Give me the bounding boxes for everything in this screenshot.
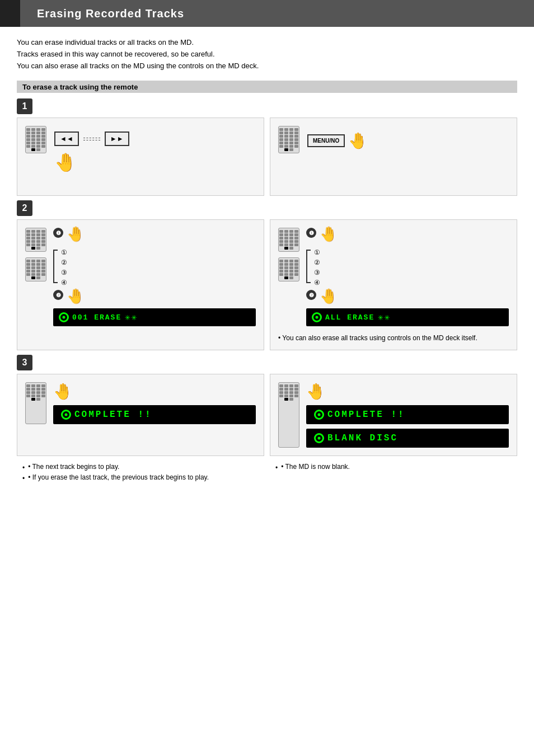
section-divider: To erase a track using the remote (17, 81, 517, 93)
step-1-left-controls: ◄◄ ►► 🤚 (54, 126, 129, 173)
hand-2r-1: 🤚 (320, 226, 338, 243)
disc-icon-2r (312, 312, 322, 322)
bracket-2r (306, 250, 311, 283)
disc-icon-3r-1 (314, 410, 324, 420)
step-2-left-controls: ❶ 🤚 ① ② ③ ④ (53, 228, 256, 326)
remote-2r-top (278, 228, 299, 252)
step-3-right-notes: • • The MD is now blank. (270, 461, 517, 484)
bracket-item-3: ③ (61, 269, 67, 276)
step-2-right-note-text: • You can also erase all tracks using co… (278, 334, 477, 342)
display-3r-text-1: COMPLETE !! (327, 410, 405, 420)
step-2-right-remotes (278, 228, 299, 326)
step-3-notes: • • The next track begins to play. • • I… (17, 461, 517, 484)
header-black-strip (0, 0, 20, 27)
section-label: To erase a track using the remote (22, 83, 138, 91)
sub-step-2r-1: ❶ 🤚 (306, 228, 509, 243)
step-2-left-remotes (25, 228, 46, 326)
bracket-item-2r-1: ① (314, 248, 320, 256)
bracket-items-2r: ① ② ③ ④ (314, 248, 320, 287)
hand-3r: 🤚 (306, 382, 509, 401)
step-3: 3 🤚 (17, 355, 517, 484)
step-3-left-notes: • • The next track begins to play. • • I… (17, 461, 264, 484)
bracket-items-2l: ① ② ③ ④ (61, 248, 67, 287)
header-bar: Erasing Recorded Tracks (0, 0, 534, 27)
step-1-left-inner: ◄◄ ►► 🤚 (25, 126, 256, 173)
disc-icon-3l (61, 410, 71, 420)
display-2r: ALL ERASE ✳✳ (306, 308, 509, 326)
step-2-badge: 2 (17, 200, 32, 216)
nav-row: ◄◄ ►► (54, 132, 129, 146)
display-3r-blank: BLANK DISC (306, 429, 509, 448)
page-wrapper: Erasing Recorded Tracks You can erase in… (0, 0, 534, 497)
step-1-panels: ◄◄ ►► 🤚 (17, 118, 517, 196)
note-3r-1-text: • The MD is now blank. (281, 463, 350, 472)
bracket-item-4: ④ (61, 279, 67, 287)
dotted-arrows (83, 138, 100, 140)
sub-step-2l-1-num: ❶ (53, 228, 63, 238)
bracket-item-2r-4: ④ (314, 279, 320, 287)
step-3-panels: 🤚 COMPLETE !! (17, 374, 517, 456)
desc-line-3: You can also erase all tracks on the MD … (17, 60, 517, 72)
step-2-panels: ❶ 🤚 ① ② ③ ④ (17, 219, 517, 350)
bullet-dot-3l-1: • (22, 464, 25, 472)
sub-step-2r-1-num: ❶ (306, 228, 316, 238)
note-3l-1: • • The next track begins to play. (22, 463, 264, 472)
bracket-item-2r-3: ③ (314, 269, 320, 276)
step-2-right-inner: ❶ 🤚 ① ② ③ ④ (278, 228, 509, 326)
note-3r-1: • • The MD is now blank. (275, 463, 517, 472)
bullet-dot-3l-2: • (22, 475, 25, 482)
step-1-left-panel: ◄◄ ►► 🤚 (17, 118, 264, 196)
desc-line-1: You can erase individual tracks or all t… (17, 37, 517, 49)
step-2-left-panel: ❶ 🤚 ① ② ③ ④ (17, 219, 264, 350)
flash-indicator-2l: ✳✳ (125, 312, 138, 323)
remote-2l-top (25, 228, 46, 252)
description-block: You can erase individual tracks or all t… (17, 37, 517, 72)
step-1-right-inner: MENU/NO 🤚 (278, 126, 509, 153)
flash-indicator-2r: ✳✳ (378, 312, 391, 323)
step-3-left-controls: 🤚 COMPLETE !! (53, 382, 256, 424)
bullet-dot-3r-1: • (275, 464, 278, 472)
note-3l-1-text: • The next track begins to play. (28, 463, 119, 472)
step-1-right-controls: MENU/NO 🤚 (307, 126, 368, 150)
disc-icon-2l (59, 312, 69, 322)
bracket-item-1: ① (61, 248, 67, 256)
remote-2r-bottom (278, 257, 299, 281)
menu-button-row: MENU/NO 🤚 (307, 132, 368, 150)
step-2-left-inner: ❶ 🤚 ① ② ③ ④ (25, 228, 256, 326)
remote-illustration-1l (25, 126, 46, 153)
step-3-badge: 3 (17, 355, 32, 370)
page-title: Erasing Recorded Tracks (37, 7, 184, 20)
hand-2l-1: 🤚 (67, 226, 85, 243)
step-3-right-inner: 🤚 COMPLETE !! BLANK DISC (278, 382, 509, 448)
step-1-right-panel: MENU/NO 🤚 (270, 118, 517, 196)
sub-step-2l-2-num: ❷ (53, 290, 63, 300)
next-arrow: ►► (110, 135, 124, 143)
next-button: ►► (105, 132, 129, 146)
step-2-right-controls: ❶ 🤚 ① ② ③ ④ (306, 228, 509, 326)
bracket-list-2r: ① ② ③ ④ (306, 248, 509, 287)
remote-illustration-1r (278, 126, 299, 153)
dashed-line-1 (83, 138, 100, 138)
display-2l: 001 ERASE ✳✳ (53, 308, 256, 326)
bracket-2l (53, 250, 58, 283)
display-3l-text: COMPLETE !! (74, 410, 152, 420)
step-3-right-panel: 🤚 COMPLETE !! BLANK DISC (270, 374, 517, 456)
menu-button-label: MENU/NO (313, 138, 339, 144)
step-2: 2 (17, 200, 517, 350)
step-2-right-panel: ❶ 🤚 ① ② ③ ④ (270, 219, 517, 350)
hand-3l: 🤚 (53, 382, 256, 401)
prev-button: ◄◄ (54, 132, 79, 146)
sub-step-2l-2: ❷ 🤚 (53, 290, 256, 305)
note-3l-2: • • If you erase the last track, the pre… (22, 473, 264, 482)
display-3r-text-2: BLANK DISC (327, 433, 398, 443)
disc-icon-3r-2 (314, 433, 324, 443)
hand-2l-2: 🤚 (67, 288, 85, 305)
sub-step-2r-2: ❷ 🤚 (306, 290, 509, 305)
sub-step-2r-2-num: ❷ (306, 290, 316, 300)
hand-icon-1l: 🤚 (54, 152, 77, 173)
bracket-list-2l: ① ② ③ ④ (53, 248, 256, 287)
step-1-badge: 1 (17, 98, 32, 114)
hand-2r-2: 🤚 (320, 288, 338, 305)
remote-3r (278, 382, 299, 448)
step-3-right-controls: 🤚 COMPLETE !! BLANK DISC (306, 382, 509, 448)
